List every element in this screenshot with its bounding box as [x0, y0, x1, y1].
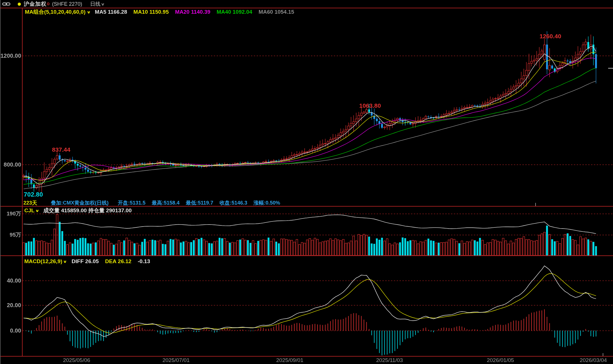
instrument-dot-icon — [18, 3, 21, 6]
high-value: 最高:5158.4 — [152, 199, 179, 206]
instrument-name: 沪金加权 — [24, 0, 47, 8]
bar-count: 223天 — [23, 199, 37, 206]
date-label-4: 2025/11/03 — [376, 357, 403, 363]
low-value: 最低:5119.7 — [186, 199, 213, 206]
y-label-190w: 190万 — [7, 210, 21, 217]
title-bar: 沪金加权 O (SHFE 2270) 日线 ∨ — [0, 0, 613, 8]
ma-group-label: MA组合(5,10,20,40,60,0) — [25, 8, 85, 16]
overlay-instrument[interactable]: 叠加:CMX黄金加权(日线) — [51, 199, 109, 206]
ma-collapse-chevron-icon[interactable]: ∨ — [87, 10, 91, 14]
date-label-2: 2025/07/01 — [162, 357, 189, 363]
macd-dea-value: DEA 26.12 — [105, 258, 131, 265]
ma5-value: MA5 1166.28 — [95, 9, 127, 15]
y-label-40: 40.00 — [7, 277, 21, 284]
peak-label-837: 837.44 — [52, 146, 70, 153]
low-label-702: 702.80 — [24, 191, 43, 198]
volume-oi-values: 成交量 415859.00 持仓量 290137.00 — [43, 207, 131, 214]
instrument-flag: O — [47, 2, 49, 6]
y-label-800: 800.00 — [4, 161, 21, 168]
period-label: 日线 — [90, 1, 100, 7]
y-label-1200: 1200.00 — [1, 53, 21, 59]
macd-hist-value: -0.13 — [138, 258, 150, 265]
date-label-3: 2025/09/01 — [276, 357, 303, 363]
macd-diff-value: DIFF 26.05 — [72, 258, 99, 265]
close-value: 收盘:5146.3 — [219, 199, 247, 206]
volume-collapse-chevron-icon[interactable]: ∨ — [35, 209, 39, 213]
macd-indicator-name: MACD(12,26,9) — [24, 258, 62, 265]
period-selector[interactable]: 日线 ∨ — [90, 1, 104, 7]
ma-legend: MA组合(5,10,20,40,60,0) ∨ MA5 1166.28 MA10… — [25, 8, 300, 16]
ma10-value: MA10 1150.95 — [133, 9, 169, 15]
y-label-95w: 95万 — [10, 231, 21, 239]
date-label-6: 2026/03/04 — [580, 357, 607, 363]
y-label-20: 20.00 — [7, 302, 21, 309]
trading-app-window: 沪金加权 O (SHFE 2270) 日线 ∨ MA组合(5,10,20,40,… — [0, 0, 613, 364]
ma40-value: MA40 1092.04 — [217, 9, 252, 15]
instrument-code: (SHFE 2270) — [52, 1, 82, 7]
change-value: 涨幅:0.50% — [253, 199, 280, 206]
chevron-down-icon: ∨ — [101, 2, 105, 6]
y-label-0: 0.00 — [10, 327, 21, 334]
open-value: 开盘:5131.5 — [118, 199, 145, 206]
peak-label-1063: 1063.80 — [359, 102, 381, 109]
ma20-value: MA20 1140.39 — [175, 9, 210, 15]
link-icon[interactable] — [2, 2, 10, 6]
date-label-1: 2025/05/06 — [63, 357, 90, 363]
date-label-5: 2026/01/05 — [487, 357, 514, 363]
macd-collapse-chevron-icon[interactable]: ∨ — [63, 259, 67, 264]
macd-legend: MACD(12,26,9) ∨ DIFF 26.05 DEA 26.12 -0.… — [24, 258, 156, 265]
volume-indicator-name: CJL — [24, 207, 35, 214]
price-chart-canvas[interactable] — [0, 0, 613, 364]
info-bar: 223天 叠加:CMX黄金加权(日线) 开盘:5131.5 最高:5158.4 … — [23, 200, 286, 206]
ma60-value: MA60 1054.15 — [259, 9, 294, 15]
volume-legend: CJL ∨ 成交量 415859.00 持仓量 290137.00 — [24, 207, 138, 214]
peak-label-1260: 1260.40 — [540, 33, 561, 40]
